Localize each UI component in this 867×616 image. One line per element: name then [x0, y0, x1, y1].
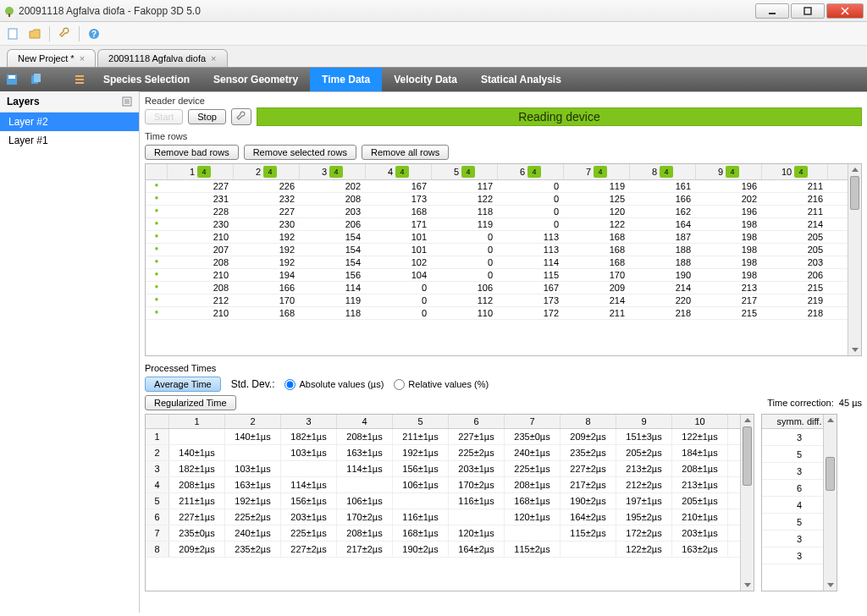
row-status-icon: ●	[146, 180, 168, 192]
table-row[interactable]: ●2312322081731220125166202216	[146, 193, 861, 206]
start-button[interactable]: Start	[145, 109, 183, 124]
absolute-values-radio[interactable]: Absolute values (µs)	[284, 379, 384, 390]
col-badge-icon: 4	[197, 166, 211, 178]
svg-rect-10	[8, 75, 15, 79]
scrollbar-thumb[interactable]	[826, 457, 835, 491]
col-header-7[interactable]: 74	[564, 164, 630, 179]
table-cell: 119	[300, 294, 366, 306]
reader-settings-button[interactable]	[231, 108, 251, 125]
average-time-button[interactable]: Average Time	[145, 377, 221, 392]
table-cell: 114	[498, 256, 564, 268]
table-cell: 168	[564, 244, 630, 256]
col-badge-icon: 4	[395, 166, 409, 178]
matrix-cell	[505, 525, 561, 541]
wrench-icon[interactable]	[55, 25, 74, 43]
matrix-cell: 235±2µs	[225, 542, 281, 557]
table-row[interactable]: ●2101921541010113168187198205	[146, 231, 861, 244]
panel-menu-icon[interactable]	[122, 96, 132, 107]
matrix-cell: 114±1µs	[281, 477, 337, 492]
table-cell: 205	[762, 231, 828, 243]
matrix-cell	[449, 509, 505, 525]
remove-bad-rows-button[interactable]: Remove bad rows	[145, 145, 239, 160]
relative-values-radio[interactable]: Relative values (%)	[394, 379, 489, 390]
table-cell: 230	[234, 218, 300, 230]
table-row[interactable]: ●2272262021671170119161196211	[146, 180, 861, 193]
ribbon-statical-analysis[interactable]: Statical Analysis	[469, 68, 573, 91]
col-header-9[interactable]: 94	[696, 164, 762, 179]
col-header-2[interactable]: 24	[234, 164, 300, 179]
svg-rect-14	[75, 79, 84, 80]
sidebar-item-layer-2[interactable]: Layer #2	[0, 113, 139, 131]
table-row[interactable]: ●2282272031681180120162196211	[146, 206, 861, 218]
save-icon[interactable]	[0, 68, 24, 91]
col-header-8[interactable]: 84	[630, 164, 696, 179]
stop-button[interactable]: Stop	[188, 109, 226, 124]
col-header-10[interactable]: 104	[762, 164, 828, 179]
regularized-time-button[interactable]: Regularized Time	[145, 395, 236, 410]
tab-agfalva[interactable]: 20091118 Agfalva diofa ×	[97, 49, 227, 67]
matrix-cell: 163±1µs	[225, 477, 281, 492]
col-badge-icon: 4	[527, 166, 541, 178]
table-cell: 0	[366, 282, 432, 294]
col-header-6[interactable]: 64	[498, 164, 564, 179]
table-row[interactable]: ●2081921541020114168188198203	[146, 256, 861, 269]
table-cell: 118	[432, 206, 498, 217]
remove-selected-rows-button[interactable]: Remove selected rows	[244, 145, 356, 160]
col-header-5[interactable]: 54	[432, 164, 498, 179]
vertical-scrollbar[interactable]	[823, 415, 837, 591]
matrix-cell: 227±2µs	[281, 542, 337, 557]
ribbon-time-data[interactable]: Time Data	[310, 68, 382, 91]
svg-text:?: ?	[91, 30, 97, 39]
row-indicator-col	[146, 164, 168, 179]
matrix-row: 2140±1µs103±1µs163±1µs192±1µs225±2µs240±…	[146, 445, 754, 461]
table-cell: 232	[234, 193, 300, 205]
sidebar-item-layer-1[interactable]: Layer #1	[0, 131, 139, 150]
open-folder-icon[interactable]	[25, 25, 44, 43]
matrix-cell: 208±1µs	[337, 429, 393, 444]
table-cell: 209	[564, 282, 630, 294]
table-cell: 198	[696, 218, 762, 230]
table-row[interactable]: ●2302302061711190122164198214	[146, 218, 861, 231]
new-file-icon[interactable]	[3, 25, 22, 43]
help-icon[interactable]: ?	[85, 25, 103, 43]
matrix-row: 6227±1µs225±2µs203±1µs170±2µs116±1µs120±…	[146, 509, 754, 525]
table-cell: 214	[564, 294, 630, 306]
table-cell: 206	[300, 218, 366, 230]
tab-new-project[interactable]: New Project * ×	[7, 49, 96, 67]
table-row[interactable]: ●2071921541010113168188198205	[146, 244, 861, 256]
ribbon-species-selection[interactable]: Species Selection	[91, 68, 202, 91]
col-header-3[interactable]: 34	[300, 164, 366, 179]
vertical-scrollbar[interactable]	[848, 164, 861, 355]
close-icon[interactable]: ×	[211, 53, 216, 63]
copy-icon[interactable]	[24, 68, 47, 91]
window-maximize-button[interactable]	[791, 3, 825, 19]
ribbon-sensor-geometry[interactable]: Sensor Geometry	[202, 68, 310, 91]
scrollbar-thumb[interactable]	[850, 176, 859, 210]
ribbon-velocity-data[interactable]: Velocity Data	[382, 68, 469, 91]
table-row[interactable]: ●2081661140106167209214213215	[146, 282, 861, 294]
remove-all-rows-button[interactable]: Remove all rows	[362, 145, 449, 160]
row-status-icon: ●	[146, 231, 168, 243]
svg-rect-12	[34, 74, 41, 82]
col-header-4[interactable]: 44	[366, 164, 432, 179]
scrollbar-thumb[interactable]	[743, 426, 752, 486]
col-header-1[interactable]: 14	[168, 164, 234, 179]
table-row[interactable]: ●2101681180110172211218215218	[146, 307, 861, 320]
window-close-button[interactable]	[826, 3, 864, 19]
window-minimize-button[interactable]	[755, 3, 789, 19]
table-cell: 168	[234, 307, 300, 319]
col-badge-icon: 4	[594, 166, 607, 178]
col-badge-icon: 4	[726, 166, 739, 178]
vertical-scrollbar[interactable]	[740, 415, 754, 591]
table-row[interactable]: ●2101941561040115170190198206	[146, 269, 861, 282]
table-cell: 187	[630, 231, 696, 243]
table-cell: 113	[498, 244, 564, 256]
matrix-cell: 205±1µs	[672, 493, 728, 509]
time-rows-grid: 142434445464748494104 ●22722620216711701…	[145, 163, 862, 356]
matrix-cell: 240±1µs	[505, 445, 561, 460]
close-icon[interactable]: ×	[80, 53, 85, 63]
table-row[interactable]: ●2121701190112173214220217219	[146, 294, 861, 307]
matrix-row-header: 3	[146, 461, 169, 476]
list-icon[interactable]	[68, 68, 91, 91]
matrix-corner	[146, 415, 169, 428]
